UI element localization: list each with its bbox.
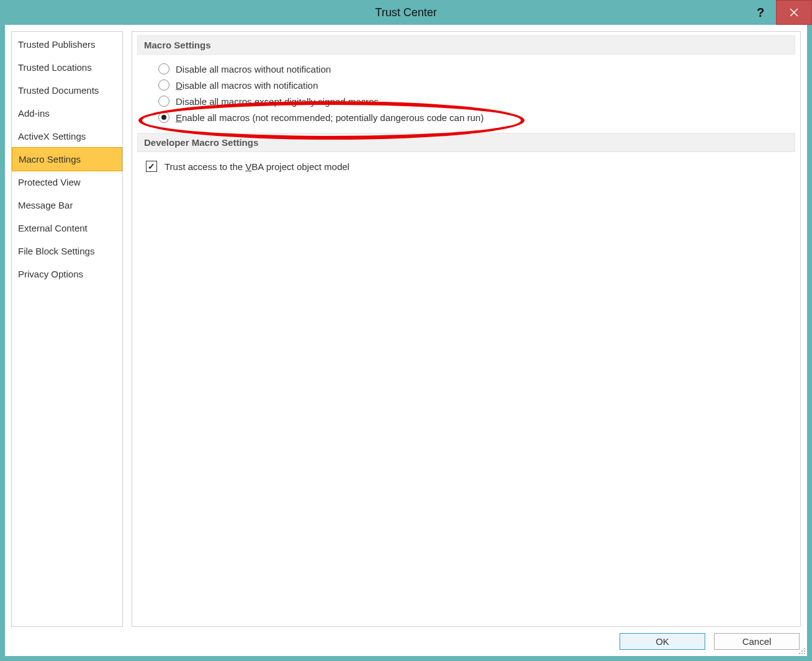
- sidebar-item-label: Privacy Options: [18, 269, 83, 279]
- option-label: Enable all macros (not recommended; pote…: [176, 112, 484, 123]
- macro-option-enable-all[interactable]: Enable all macros (not recommended; pote…: [137, 109, 795, 125]
- svg-point-4: [804, 650, 805, 652]
- sidebar-item-label: Add-ins: [18, 108, 50, 119]
- button-bar: OK Cancel: [5, 627, 807, 656]
- sidebar-item-label: Trusted Locations: [18, 62, 92, 73]
- option-label: Disable all macros with notification: [176, 80, 318, 91]
- sidebar-item-add-ins[interactable]: Add-ins: [12, 102, 122, 125]
- sidebar-item-label: ActiveX Settings: [18, 131, 86, 142]
- sidebar-item-label: Message Bar: [18, 200, 73, 210]
- sidebar-item-activex-settings[interactable]: ActiveX Settings: [12, 125, 122, 148]
- svg-point-3: [801, 650, 803, 652]
- checkbox-icon[interactable]: [146, 161, 157, 172]
- sidebar-item-file-block-settings[interactable]: File Block Settings: [12, 240, 122, 263]
- body-area: Trusted Publishers Trusted Locations Tru…: [5, 25, 807, 627]
- cancel-button[interactable]: Cancel: [714, 633, 800, 650]
- macro-settings-header: Macro Settings: [137, 35, 795, 55]
- trust-vba-option[interactable]: Trust access to the VBA project object m…: [137, 158, 795, 174]
- sidebar-item-privacy-options[interactable]: Privacy Options: [12, 263, 122, 286]
- sidebar-item-trusted-locations[interactable]: Trusted Locations: [12, 56, 122, 79]
- macro-option-disable-except-signed[interactable]: Disable all macros except digitally sign…: [137, 93, 795, 109]
- client-area: Trusted Publishers Trusted Locations Tru…: [5, 25, 807, 656]
- sidebar-item-external-content[interactable]: External Content: [12, 217, 122, 240]
- sidebar-item-trusted-documents[interactable]: Trusted Documents: [12, 79, 122, 102]
- resize-grip-icon[interactable]: [797, 646, 806, 655]
- macro-option-disable-without-notification[interactable]: Disable all macros without notification: [137, 61, 795, 77]
- svg-point-6: [801, 653, 803, 654]
- ok-button[interactable]: OK: [620, 633, 705, 650]
- sidebar-item-label: Macro Settings: [19, 154, 81, 164]
- window-title: Trust Center: [0, 6, 812, 19]
- radio-icon[interactable]: [158, 79, 169, 91]
- sidebar-item-protected-view[interactable]: Protected View: [12, 171, 122, 194]
- svg-point-7: [804, 653, 805, 654]
- radio-icon[interactable]: [158, 63, 169, 74]
- help-button[interactable]: ?: [745, 0, 776, 25]
- sidebar-item-label: Protected View: [18, 177, 81, 187]
- sidebar-item-macro-settings[interactable]: Macro Settings: [12, 147, 122, 171]
- developer-macro-settings-header: Developer Macro Settings: [137, 133, 795, 152]
- svg-point-5: [799, 653, 800, 654]
- macro-option-disable-with-notification[interactable]: Disable all macros with notification: [137, 77, 795, 93]
- sidebar-item-label: Trusted Publishers: [18, 39, 96, 50]
- titlebar-controls: ?: [745, 0, 812, 25]
- trust-center-window: Trust Center ? Trusted Publishers Truste…: [0, 0, 812, 661]
- radio-icon[interactable]: [158, 96, 169, 107]
- close-button[interactable]: [776, 0, 812, 25]
- close-icon: [790, 8, 798, 17]
- option-label: Disable all macros except digitally sign…: [176, 96, 379, 107]
- sidebar-item-trusted-publishers[interactable]: Trusted Publishers: [12, 33, 122, 56]
- checkbox-label: Trust access to the VBA project object m…: [165, 161, 350, 172]
- sidebar-item-label: Trusted Documents: [18, 85, 99, 96]
- option-label: Disable all macros without notification: [176, 64, 331, 74]
- sidebar: Trusted Publishers Trusted Locations Tru…: [11, 31, 123, 627]
- radio-icon[interactable]: [158, 112, 169, 123]
- svg-point-2: [804, 648, 805, 649]
- titlebar: Trust Center ?: [0, 0, 812, 25]
- content-pane: Macro Settings Disable all macros withou…: [132, 31, 801, 627]
- sidebar-item-label: External Content: [18, 223, 88, 233]
- sidebar-item-label: File Block Settings: [18, 246, 94, 256]
- sidebar-item-message-bar[interactable]: Message Bar: [12, 194, 122, 217]
